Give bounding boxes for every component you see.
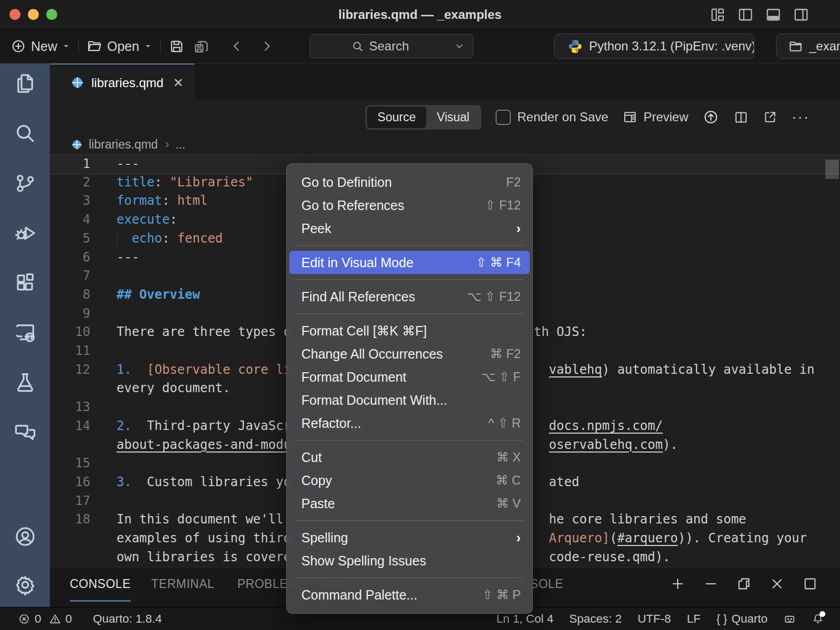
sidebar-item-run-debug[interactable] bbox=[13, 220, 38, 246]
copilot-icon bbox=[783, 613, 796, 625]
code-text: [Observable core li bbox=[147, 361, 291, 380]
app-window: libraries.qmd — _examples New Open bbox=[0, 0, 840, 630]
explorer-icon bbox=[13, 71, 37, 96]
warning-triangle-icon bbox=[49, 613, 61, 625]
source-mode-button[interactable]: Source bbox=[367, 107, 426, 128]
toggle-primary-sidebar-icon[interactable] bbox=[737, 6, 754, 23]
menu-item-find-all-references[interactable]: Find All References⌥ ⇧ F12 bbox=[287, 285, 532, 308]
render-icon[interactable] bbox=[702, 109, 719, 125]
menu-item-paste[interactable]: Paste⌘ V bbox=[287, 492, 532, 515]
sidebar-item-remote-explorer[interactable] bbox=[13, 320, 38, 345]
status-copilot[interactable] bbox=[783, 613, 796, 625]
menu-item-copy[interactable]: Copy⌘ C bbox=[287, 469, 532, 492]
status-text: Quarto bbox=[731, 612, 768, 626]
more-actions-icon[interactable]: ··· bbox=[792, 109, 810, 125]
breadcrumb-more[interactable]: ... bbox=[175, 138, 185, 152]
menu-item-format-document[interactable]: Format Document⌥ ⇧ F bbox=[287, 365, 532, 388]
status-spaces-2[interactable]: Spaces: 2 bbox=[569, 612, 622, 626]
plus-icon[interactable] bbox=[670, 576, 686, 592]
workspace-selector[interactable]: _examples bbox=[776, 34, 840, 59]
render-on-save-checkbox[interactable] bbox=[496, 110, 511, 125]
code-text: 1. bbox=[117, 361, 132, 380]
toolbar-divider bbox=[160, 39, 161, 54]
status-text: 0 bbox=[66, 612, 72, 626]
status-0[interactable]: 0 bbox=[18, 612, 41, 626]
code-text: examples of using third bbox=[117, 529, 291, 548]
menu-item-edit-in-visual-mode[interactable]: Edit in Visual Mode⇧ ⌘ F4 bbox=[289, 251, 530, 274]
customize-layout-icon[interactable] bbox=[709, 6, 726, 23]
open-button[interactable]: Open bbox=[87, 38, 152, 54]
menu-item-cut[interactable]: Cut⌘ X bbox=[287, 446, 532, 469]
status-quarto-1-8-4[interactable]: Quarto: 1.8.4 bbox=[93, 612, 162, 626]
status-0[interactable]: 0 bbox=[49, 612, 72, 626]
sidebar-item-settings[interactable] bbox=[13, 572, 38, 597]
code-link[interactable]: docs.npmjs.com/ bbox=[549, 417, 663, 436]
menu-item-command-palette[interactable]: Command Palette...⇧ ⌘ P bbox=[287, 583, 532, 606]
status-quarto[interactable]: { }Quarto bbox=[716, 612, 768, 626]
back-icon[interactable] bbox=[229, 39, 244, 54]
close-tab-icon[interactable]: ✕ bbox=[173, 76, 183, 90]
breadcrumb-file[interactable]: libraries.qmd bbox=[89, 138, 158, 152]
sidebar-item-explorer[interactable] bbox=[13, 71, 38, 96]
code-text: : bbox=[154, 173, 162, 192]
save-all-icon[interactable] bbox=[193, 38, 210, 55]
menu-item-peek[interactable]: Peek› bbox=[287, 217, 532, 240]
status-bell[interactable] bbox=[812, 613, 824, 625]
menu-item-change-all-occurrences[interactable]: Change All Occurrences⌘ F2 bbox=[287, 342, 532, 365]
sidebar-item-search[interactable] bbox=[13, 121, 38, 146]
menu-item-shortcut: ⌥ ⇧ F bbox=[481, 370, 521, 384]
new-button[interactable]: New bbox=[10, 38, 70, 54]
status-utf-8[interactable]: UTF-8 bbox=[637, 612, 671, 626]
visual-mode-button[interactable]: Visual bbox=[426, 107, 480, 128]
close-icon[interactable] bbox=[769, 576, 785, 592]
quarto-file-icon bbox=[70, 76, 85, 90]
menu-item-format-document-with[interactable]: Format Document With... bbox=[287, 388, 532, 412]
python-logo-icon bbox=[567, 38, 583, 55]
code-text: ## Overview bbox=[117, 286, 200, 304]
menu-separator bbox=[295, 578, 524, 578]
minus-icon[interactable] bbox=[703, 576, 719, 592]
menu-item-go-to-definition[interactable]: Go to DefinitionF2 bbox=[287, 171, 532, 194]
code-link[interactable]: oservablehq.com bbox=[549, 436, 663, 455]
sidebar-item-comments[interactable] bbox=[13, 420, 38, 445]
code-text: Arquero] bbox=[549, 529, 610, 548]
status-lf[interactable]: LF bbox=[687, 612, 700, 626]
preview-button[interactable]: Preview bbox=[623, 110, 688, 124]
layout-square-icon[interactable] bbox=[802, 576, 818, 592]
sidebar-item-testing[interactable] bbox=[13, 370, 38, 395]
indent-guide bbox=[117, 230, 117, 247]
status-text: Ln 1, Col 4 bbox=[496, 612, 553, 626]
new-button-label: New bbox=[31, 39, 57, 54]
restore-icon[interactable] bbox=[736, 576, 752, 592]
forward-icon[interactable] bbox=[259, 39, 274, 54]
menu-item-format-cell-k-f[interactable]: Format Cell [⌘K ⌘F] bbox=[287, 319, 532, 342]
toggle-panel-icon[interactable] bbox=[765, 6, 782, 23]
code-link[interactable]: #arquero bbox=[617, 529, 678, 548]
code-link[interactable]: vablehq bbox=[549, 361, 602, 380]
code-text: format bbox=[117, 192, 162, 211]
menu-item-refactor[interactable]: Refactor...^ ⇧ R bbox=[287, 412, 532, 435]
split-editor-icon[interactable] bbox=[733, 110, 749, 125]
code-text: echo bbox=[132, 229, 162, 248]
panel-tab-console[interactable]: CONSOLE bbox=[70, 568, 131, 602]
code-text: every document. bbox=[117, 379, 230, 398]
sidebar-item-extensions[interactable] bbox=[13, 270, 38, 296]
toggle-secondary-sidebar-icon[interactable] bbox=[793, 6, 810, 23]
tab-libraries-qmd[interactable]: libraries.qmd ✕ bbox=[50, 64, 195, 101]
code-text: . Creating your bbox=[693, 529, 807, 548]
line-number: 3 bbox=[50, 192, 90, 211]
save-icon[interactable] bbox=[169, 38, 185, 55]
open-in-new-window-icon[interactable] bbox=[763, 110, 778, 124]
sidebar-item-account[interactable] bbox=[13, 524, 38, 549]
account-icon bbox=[13, 524, 37, 549]
panel-tab-terminal[interactable]: TERMINAL bbox=[151, 568, 214, 600]
search-box[interactable]: Search bbox=[310, 34, 474, 58]
interpreter-selector[interactable]: Python 3.12.1 (PipEnv: .venv) bbox=[554, 34, 754, 59]
menu-item-show-spelling-issues[interactable]: Show Spelling Issues bbox=[287, 549, 532, 572]
code-link[interactable]: about-packages-and-modu bbox=[117, 436, 291, 455]
menu-item-go-to-references[interactable]: Go to References⇧ F12 bbox=[287, 194, 532, 217]
menu-item-spelling[interactable]: Spelling› bbox=[287, 526, 532, 549]
status-ln-1-col-4[interactable]: Ln 1, Col 4 bbox=[496, 612, 553, 626]
sidebar-item-source-control[interactable] bbox=[13, 171, 38, 196]
chevron-down-icon[interactable] bbox=[454, 41, 465, 51]
